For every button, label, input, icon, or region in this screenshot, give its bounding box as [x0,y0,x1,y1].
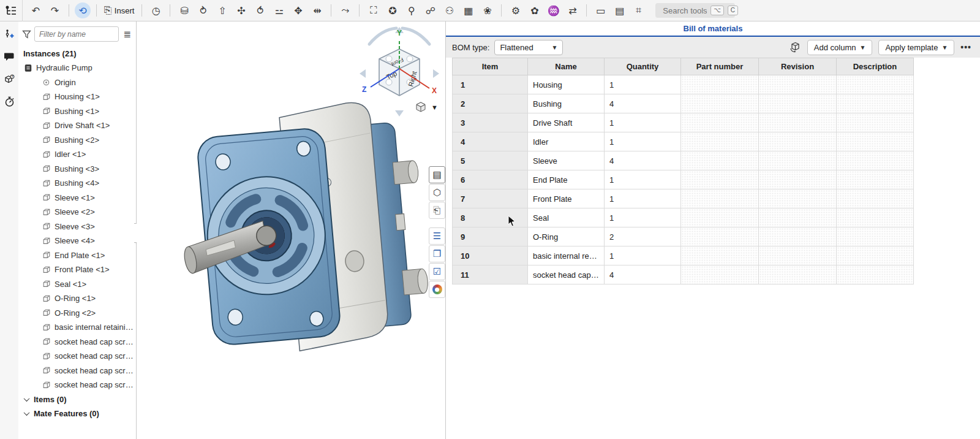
bom-cell-qty[interactable]: 1 [605,113,681,132]
ball-mate-icon[interactable]: ⥀ [252,2,268,19]
bom-cell-name[interactable]: Housing [528,75,605,94]
bom-cell-revision[interactable] [759,208,837,227]
bom-cell-qty[interactable]: 4 [605,94,681,113]
bom-cell-part-number[interactable] [681,132,759,151]
bom-cell-part-number[interactable] [681,151,759,170]
bom-cell-qty[interactable]: 1 [605,189,681,208]
frame-icon[interactable]: ⛶ [365,2,382,19]
filter-icon[interactable] [22,30,31,39]
tree-item-bushing-2[interactable]: Bushing <2> [18,133,136,148]
bom-cell-item[interactable]: 7 [453,189,528,208]
bom-cell-qty[interactable]: 2 [605,227,681,246]
section-view-icon[interactable]: ▭ [592,2,609,19]
named-positions-icon[interactable]: ⎗ [429,202,445,219]
bom-cell-description[interactable] [837,170,914,189]
bom-cell-name[interactable]: basic internal retain... [528,246,605,265]
bom-cell-part-number[interactable] [681,208,759,227]
width-mate-icon[interactable]: ⇹ [309,2,325,19]
bom-cell-qty[interactable]: 1 [605,75,681,94]
bom-cell-name[interactable]: socket head cap scr... [528,265,605,284]
export-bom-icon[interactable] [790,42,801,53]
mate-connector-icon[interactable]: ✪ [384,2,401,19]
explode-icon[interactable]: ♒ [545,2,562,19]
tree-item-front-plate-1[interactable]: Front Plate <1> [18,262,136,277]
bom-cell-part-number[interactable] [681,113,759,132]
snap-mode-icon[interactable]: ⤳ [337,2,353,19]
tree-item-o-ring-2[interactable]: O-Ring <2> [18,306,136,321]
bom-cell-item[interactable]: 6 [453,170,528,189]
gear-relation-icon[interactable]: ❀ [479,2,496,19]
bom-cell-revision[interactable] [759,132,837,151]
bom-cell-qty[interactable]: 1 [605,246,681,265]
bom-cell-part-number[interactable] [681,265,759,284]
bom-cell-description[interactable] [837,151,914,170]
fastened-mate-icon[interactable]: ⛁ [176,2,192,19]
bom-cell-qty[interactable]: 1 [605,170,681,189]
translate-icon[interactable]: ✥ [290,2,306,19]
tree-item-o-ring-1[interactable]: O-Ring <1> [18,291,136,306]
part-info-icon[interactable]: ? [3,73,15,85]
bom-cell-part-number[interactable] [681,246,759,265]
bom-cell-name[interactable]: Front Plate [528,189,605,208]
comments-icon[interactable] [3,50,15,63]
bom-cell-item[interactable]: 8 [453,208,528,227]
bom-cell-item[interactable]: 4 [453,132,528,151]
pattern-icon[interactable]: ▦ [460,2,477,19]
bom-cell-qty[interactable]: 1 [605,132,681,151]
tree-item-socket-head-cap-scre[interactable]: socket head cap scre... [18,378,136,392]
more-options-button[interactable]: ••• [960,42,971,52]
tree-item-socket-head-cap-scre[interactable]: socket head cap scre... [18,364,136,378]
insert-part-icon[interactable]: ⚲ [403,2,420,19]
bom-cell-revision[interactable] [759,246,837,265]
insert-instance-icon[interactable] [3,28,15,40]
measure-icon[interactable]: ⌗ [630,2,647,19]
bom-column-description[interactable]: Description [837,58,914,75]
3d-viewport[interactable]: Top Right Front Y Z X ▼ [137,21,445,439]
bom-column-quantity[interactable]: Quantity [605,58,681,75]
undo-icon[interactable]: ↶ [28,2,44,19]
bom-panel-icon[interactable]: ▤ [429,166,445,183]
tree-item-socket-head-cap-scre[interactable]: socket head cap scre... [18,349,136,364]
bom-cell-revision[interactable] [759,75,837,94]
apply-template-button[interactable]: Apply template ▼ [878,40,954,55]
bom-cell-item[interactable]: 3 [453,113,528,132]
bom-column-revision[interactable]: Revision [759,58,837,75]
bom-cell-item[interactable]: 11 [453,265,528,284]
bom-cell-qty[interactable]: 1 [605,208,681,227]
bom-cell-qty[interactable]: 4 [605,151,681,170]
mate-features-section[interactable]: Mate Features (0) [18,407,136,421]
tree-item-sleeve-3[interactable]: Sleeve <3> [18,220,136,234]
bom-cell-name[interactable]: Sleeve [528,151,605,170]
bom-cell-part-number[interactable] [681,227,759,246]
bom-cell-revision[interactable] [759,265,837,284]
group-icon[interactable]: ☍ [422,2,439,19]
feature-pattern-icon[interactable]: ✿ [526,2,543,19]
bom-cell-revision[interactable] [759,227,837,246]
revolute-mate-icon[interactable]: ⥁ [195,2,211,19]
tree-item-end-plate-1[interactable]: End Plate <1> [18,248,136,263]
filter-by-name-input[interactable] [34,26,119,42]
tree-item-bushing-4[interactable]: Bushing <4> [18,176,136,191]
bom-cell-description[interactable] [837,246,914,265]
bom-cell-name[interactable]: End Plate [528,170,605,189]
bom-cell-part-number[interactable] [681,75,759,94]
search-tools-input[interactable] [663,6,707,15]
tasks-icon[interactable]: ☑ [429,263,445,280]
tree-item-housing-1[interactable]: Housing <1> [18,90,136,104]
bom-cell-part-number[interactable] [681,170,759,189]
tree-item-sleeve-4[interactable]: Sleeve <4> [18,234,136,248]
bom-column-part-number[interactable]: Part number [681,58,759,75]
history-icon[interactable] [3,96,15,108]
tree-item-bushing-3[interactable]: Bushing <3> [18,162,136,177]
bom-cell-revision[interactable] [759,94,837,113]
bom-cell-description[interactable] [837,132,914,151]
search-tools-box[interactable]: ⌥ C [655,3,735,18]
cylindrical-mate-icon[interactable]: ⚍ [271,2,287,19]
bom-cell-description[interactable] [837,208,914,227]
bom-cell-revision[interactable] [759,151,837,170]
bom-cell-revision[interactable] [759,113,837,132]
tree-item-seal-1[interactable]: Seal <1> [18,277,136,292]
tree-item-hydraulic-pump[interactable]: Hydraulic Pump [18,61,136,75]
follow-icon[interactable]: ⚇ [441,2,458,19]
items-section[interactable]: Items (0) [18,392,136,407]
